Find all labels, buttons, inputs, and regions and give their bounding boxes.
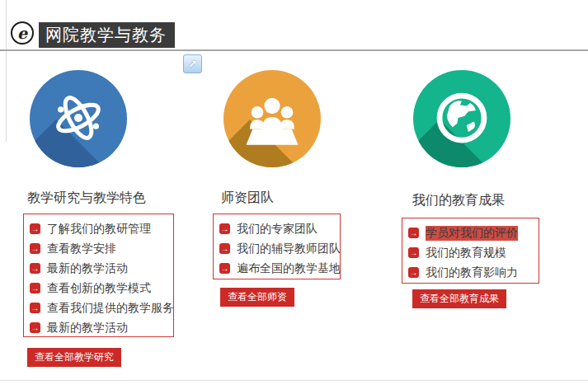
link-item[interactable]: → 我们的教育影响力 [408,263,539,282]
link-item[interactable]: → 我们的教育规模 [408,243,539,262]
bottom-divider [0,380,588,381]
column-title-education-results: 我们的教育成果 [412,192,505,209]
arrow-icon: → [408,247,419,258]
link-label: 最新的教学活动 [47,321,128,336]
link-label: 最新的教学活动 [47,261,128,276]
globe-icon [432,88,492,148]
browser-e-logo-icon: e [11,21,34,45]
view-all-faculty-button[interactable]: 查看全部师资 [220,288,294,307]
page-title: 网院教学与教务 [39,22,175,48]
teaching-research-circle [30,70,127,167]
arrow-icon: → [30,303,40,313]
link-item[interactable]: → 我们的辅导教师团队 [219,239,340,258]
arrow-icon: → [30,223,40,234]
link-label: 我们的专家团队 [237,222,318,237]
arrow-icon: → [408,228,419,238]
faculty-team-link-box: → 我们的专家团队 → 我们的辅导教师团队 → 遍布全国的教学基地 [213,214,341,279]
link-item[interactable]: → 最新的教学活动 [30,318,173,337]
link-item[interactable]: → 我们的专家团队 [219,219,340,238]
education-results-circle [413,70,510,167]
expand-window-icon[interactable]: ↗ [183,54,202,73]
column-title-teaching-research: 教学研究与教学特色 [27,190,146,207]
link-item[interactable]: → 查看教学安排 [30,239,173,258]
teaching-research-link-box: → 了解我们的教研管理 → 查看教学安排 → 最新的教学活动 → 查看创新的教学… [23,214,174,337]
link-label-highlighted: 学员对我们的评价 [426,226,518,241]
link-label: 我们的辅导教师团队 [237,242,341,256]
view-all-education-results-button[interactable]: 查看全部教育成果 [412,289,506,308]
team-icon [242,88,302,148]
faculty-team-circle [223,70,321,167]
link-label: 遍布全国的教学基地 [237,261,341,276]
link-label: 查看教学安排 [47,242,116,256]
link-label: 查看我们提供的教学服务 [47,301,174,316]
arrow-icon: → [30,322,40,333]
arrow-icon: → [219,263,230,274]
link-item[interactable]: → 学员对我们的评价 [408,223,539,242]
arrow-icon: → [219,243,230,254]
link-item[interactable]: → 查看创新的教学模式 [30,279,173,298]
panel-edge-line [6,0,7,142]
link-item[interactable]: → 最新的教学活动 [30,259,173,278]
link-label: 了解我们的教研管理 [47,222,151,237]
link-label: 我们的教育影响力 [426,265,518,280]
arrow-icon: → [30,283,40,293]
arrow-icon: → [219,223,230,234]
link-label: 我们的教育规模 [426,246,506,261]
link-item[interactable]: → 查看我们提供的教学服务 [30,298,173,317]
view-all-teaching-research-button[interactable]: 查看全部教学研究 [27,348,121,367]
arrow-icon: → [30,263,40,274]
education-results-link-box: → 学员对我们的评价 → 我们的教育规模 → 我们的教育影响力 [402,218,539,284]
link-label: 查看创新的教学模式 [47,281,151,296]
header-divider [0,49,588,51]
arrow-icon: → [30,243,40,254]
link-item[interactable]: → 了解我们的教研管理 [30,219,173,238]
link-item[interactable]: → 遍布全国的教学基地 [219,259,340,278]
atom-icon [49,88,108,148]
arrow-icon: → [408,267,419,278]
column-title-faculty-team: 师资团队 [221,190,274,207]
